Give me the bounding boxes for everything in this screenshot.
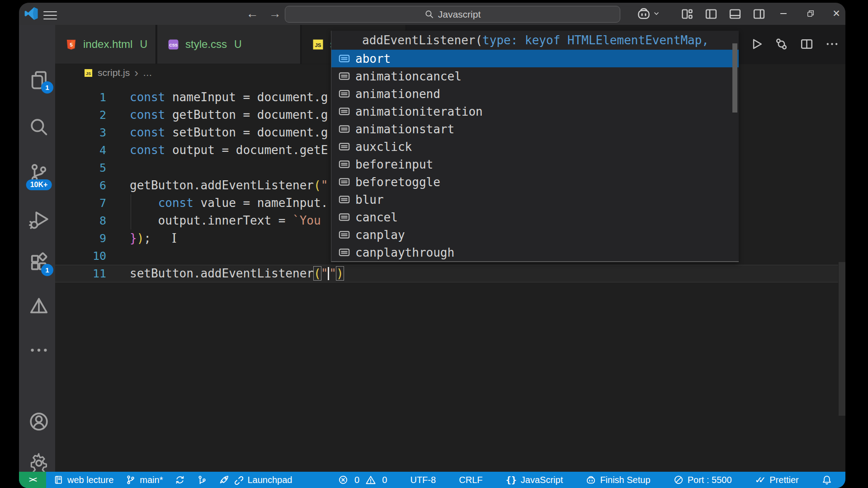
suggest-item-abort[interactable]: abort [331,50,739,67]
minimize-button[interactable] [775,5,792,22]
title-bar: ← → Javascript [19,3,845,25]
activity-item-run-debug[interactable] [27,207,51,231]
signature-help: addEventListener(type: keyof HTMLElement… [331,31,739,50]
event-kind-icon [338,123,350,135]
copilot-icon [586,475,596,485]
status-item-notifications[interactable] [822,475,832,485]
git-graph-icon [197,475,207,485]
suggest-item-animationcancel[interactable]: animationcancel [331,67,739,85]
suggest-label: blur [355,193,384,206]
status-item-git-graph[interactable] [197,475,207,485]
suggest-label: cancel [355,211,398,224]
event-kind-icon [338,158,350,170]
status-item-live-server-port[interactable]: Port : 5500 [674,475,732,485]
suggest-item-canplaythrough[interactable]: canplaythrough [331,244,739,261]
mouse-ibeam-cursor: I [172,230,177,247]
more-actions-icon[interactable] [825,37,839,51]
tab-label: style.css [185,38,227,51]
activity-item-explorer[interactable]: 1 [27,68,51,92]
nav-back-arrow[interactable]: ← [244,5,260,22]
code-text: const nameInput = document.g [130,89,328,106]
tab-style.css[interactable]: CSSstyle.cssU [157,25,301,64]
status-item-web-lecture[interactable]: web lecture [53,475,113,485]
status-item-sync[interactable] [175,475,185,485]
more-icon [27,356,51,363]
suggest-label: animationend [355,87,440,101]
activity-item-account[interactable] [27,410,51,433]
suggest-item-animationend[interactable]: animationend [331,85,739,103]
vscode-window: ← → Javascript [19,3,845,488]
event-kind-icon [338,141,350,153]
suggest-item-beforetoggle[interactable]: beforetoggle [331,173,739,191]
search-icon [27,132,51,140]
menu-hamburger-icon[interactable] [43,9,57,19]
suggest-label: abort [355,52,391,66]
tab-index.html[interactable]: 5index.htmlU [55,25,156,64]
customize-layout-icon[interactable] [680,7,694,21]
copilot-menu-button[interactable] [637,6,660,21]
status-item-encoding[interactable]: UTF-8 [410,475,436,485]
code-text: setButton.addEventListener("") [130,265,344,282]
split-editor-icon[interactable] [800,37,814,51]
status-item-launchpad[interactable]: Launchpad [219,475,292,485]
intellisense-popup: addEventListener(type: keyof HTMLElement… [331,31,739,262]
activity-item-search[interactable] [27,115,51,139]
status-item-prettier[interactable]: ✓✓Prettier [755,474,799,485]
toggle-panel-icon[interactable] [728,7,742,21]
status-item-copilot-setup[interactable]: Finish Setup [586,475,650,485]
status-item-problems[interactable]: 00 [338,475,387,485]
toggle-sidebar-icon[interactable] [704,7,718,21]
status-item-eol[interactable]: CRLF [459,475,482,485]
book-icon [53,475,63,485]
breadcrumb-file[interactable]: script.js [98,67,130,78]
event-kind-icon [338,211,350,223]
line-number: 11 [55,265,106,282]
activity-item-prism[interactable] [27,294,51,318]
svg-text:CSS: CSS [169,42,178,47]
warning-count: 0 [382,475,387,485]
copilot-icon [637,6,651,21]
event-kind-icon [338,88,350,100]
suggest-scrollbar[interactable] [732,43,737,113]
command-center-search[interactable]: Javascript [285,6,620,23]
git-compare-icon[interactable] [774,37,788,51]
suggest-item-beforeinput[interactable]: beforeinput [331,155,739,173]
code-text: const setButton = document.g [130,124,328,141]
editor-group: 5index.htmlUCSSstyle.cssUJSscript.js JS … [55,25,845,472]
code-line-11[interactable]: 11setButton.addEventListener("") [55,265,845,282]
suggest-item-auxclick[interactable]: auxclick [331,138,739,155]
line-number: 3 [55,124,106,141]
breadcrumb-symbol-more[interactable]: … [143,67,152,78]
nav-forward-arrow[interactable]: → [267,5,283,22]
error-count: 0 [354,475,359,485]
suggest-label: beforetoggle [355,175,440,189]
vscode-logo-icon [24,7,38,20]
suggest-item-animationiteration[interactable]: animationiteration [331,103,739,120]
line-number: 1 [55,89,106,106]
sync-icon [175,475,185,485]
suggest-item-blur[interactable]: blur [331,191,739,208]
activity-item-source-control[interactable]: 10K+ [27,161,51,185]
suggest-item-animationstart[interactable]: animationstart [331,120,739,138]
run-icon[interactable] [749,37,763,51]
toggle-secondary-sidebar-icon[interactable] [752,7,766,21]
svg-text:JS: JS [86,71,91,75]
bell-icon [822,475,832,485]
editor-scrollbar[interactable] [839,262,845,416]
close-button[interactable]: ✕ [828,5,845,22]
link-icon [233,475,243,485]
status-bar-left: web lecturemain*Launchpad [53,472,292,488]
status-item-main-[interactable]: main* [126,475,163,485]
tab-label: index.html [83,38,132,51]
line-number: 8 [55,212,106,230]
activity-item-extensions[interactable]: 1 [27,251,51,274]
warnings-icon [366,475,376,485]
line-number: 4 [55,141,106,159]
activity-item-more[interactable] [27,338,51,362]
suggest-item-cancel[interactable]: cancel [331,208,739,226]
suggest-item-canplay[interactable]: canplay [331,226,739,244]
maximize-restore-button[interactable] [802,5,819,22]
status-item-language-mode[interactable]: {}JavaScript [506,474,563,485]
code-text: }); [130,230,151,247]
remote-indicator[interactable]: >< [19,472,46,488]
